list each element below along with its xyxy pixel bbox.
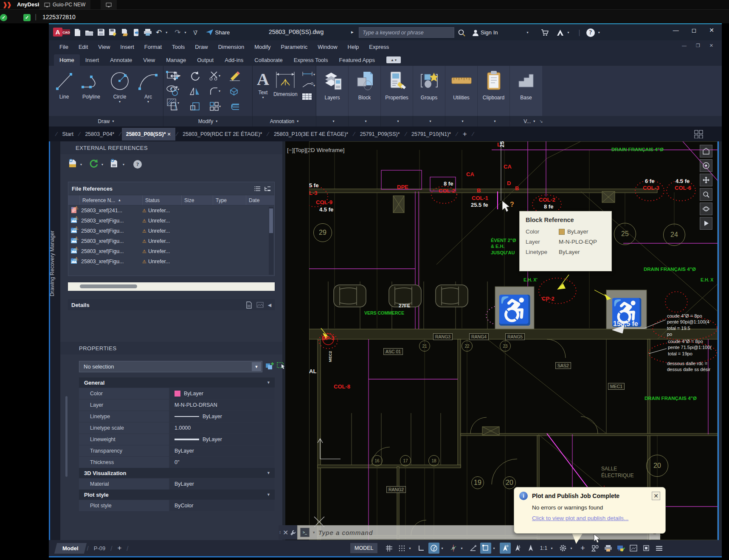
menu-format[interactable]: Format bbox=[140, 42, 166, 52]
ribbon-tab-annotate[interactable]: Annotate bbox=[104, 54, 138, 66]
orbit-icon[interactable] bbox=[700, 203, 712, 215]
search-icon[interactable] bbox=[458, 29, 465, 37]
properties-panel-dropdown[interactable]: ▾ bbox=[381, 116, 413, 127]
workspace-dropdown[interactable]: ▾ bbox=[570, 546, 575, 550]
isodraft-toggle[interactable] bbox=[448, 543, 459, 554]
annotation-monitor-plus[interactable]: + bbox=[577, 543, 588, 554]
undo-dropdown[interactable]: ▾ bbox=[166, 31, 171, 34]
clean-screen-icon[interactable] bbox=[628, 543, 639, 554]
menu-tools[interactable]: Tools bbox=[167, 42, 189, 52]
doc-restore-button[interactable]: ❐ bbox=[696, 43, 700, 48]
help-dropdown[interactable]: ▾ bbox=[598, 31, 603, 34]
isodraft-dropdown[interactable]: ▾ bbox=[461, 546, 466, 550]
circle-tool[interactable]: Circle▾ bbox=[109, 70, 130, 108]
leader-tool[interactable]: ▾ bbox=[302, 82, 316, 90]
utilities-panel-button[interactable]: Utilities bbox=[445, 66, 478, 116]
doc-minimize-button[interactable]: — bbox=[682, 43, 687, 48]
property-row[interactable]: Thickness0" bbox=[79, 457, 275, 468]
ribbon-tab-output[interactable]: Output bbox=[191, 54, 219, 66]
notification-close-button[interactable]: ✕ bbox=[652, 492, 660, 500]
menu-insert[interactable]: Insert bbox=[115, 42, 139, 52]
ribbon-tab-featured-apps[interactable]: Featured Apps bbox=[333, 54, 380, 66]
menu-dimension[interactable]: Dimension bbox=[214, 42, 249, 52]
ribbon-tab-manage[interactable]: Manage bbox=[160, 54, 191, 66]
array-tool[interactable]: ▾ bbox=[209, 101, 227, 113]
properties-palette-title[interactable]: PROPERTIES bbox=[60, 342, 282, 355]
redo-button[interactable]: ↷ bbox=[175, 28, 180, 37]
xref-vertical-scrollbar[interactable] bbox=[269, 207, 273, 275]
menu-edit[interactable]: Edit bbox=[74, 42, 93, 52]
property-row[interactable]: LineweightByLayer bbox=[79, 434, 275, 445]
fillet-tool[interactable]: ▾ bbox=[209, 86, 227, 98]
session-accept-icon[interactable]: ✓ bbox=[23, 13, 31, 21]
menu-help[interactable]: Help bbox=[343, 42, 364, 52]
xref-horizontal-scrollbar[interactable] bbox=[68, 282, 275, 291]
modify-panel-footer[interactable]: Modify▾ bbox=[163, 116, 253, 127]
doc-close-button[interactable]: ✕ bbox=[709, 43, 713, 48]
layers-panel-button[interactable]: Layers bbox=[316, 66, 349, 116]
annotation-scale-value[interactable]: 1:1 bbox=[538, 543, 549, 554]
autodesk-logo-icon[interactable] bbox=[557, 29, 564, 36]
pan-icon[interactable] bbox=[700, 174, 712, 186]
open-file-button[interactable] bbox=[85, 29, 93, 36]
ribbon-collapse-toggle[interactable]: ▲ ▾ bbox=[386, 56, 401, 63]
search-input[interactable]: Type a keyword or phrase bbox=[359, 27, 454, 38]
property-row[interactable]: Plot styleByColor bbox=[79, 500, 275, 511]
autocad-logo-icon[interactable]: ACAD bbox=[53, 27, 70, 37]
trim-tool[interactable]: ▾ bbox=[209, 71, 227, 83]
polyline-tool[interactable]: Polyline bbox=[81, 70, 101, 108]
help-button[interactable]: ? bbox=[586, 28, 595, 37]
property-row[interactable]: TransparencyByLayer bbox=[79, 445, 275, 456]
menu-window[interactable]: Window bbox=[313, 42, 342, 52]
arc-tool[interactable]: Arc▾ bbox=[138, 70, 158, 108]
property-section-header[interactable]: General▼ bbox=[79, 377, 275, 388]
tab-overview-icon[interactable] bbox=[694, 130, 704, 138]
anydesk-new-session-tab[interactable] bbox=[101, 0, 117, 9]
xref-palette-title[interactable]: EXTERNAL REFERENCES bbox=[60, 141, 282, 154]
offset-tool[interactable] bbox=[229, 101, 246, 113]
isolate-icon-2[interactable] bbox=[641, 543, 652, 554]
property-row[interactable]: Linetype scale1.0000 bbox=[79, 422, 275, 433]
share-button[interactable]: Share bbox=[205, 29, 230, 36]
save-as-button[interactable] bbox=[109, 28, 117, 36]
base-panel-button[interactable]: Base bbox=[510, 66, 542, 116]
grid-display-toggle[interactable] bbox=[383, 543, 394, 554]
ribbon-tab-collaborate[interactable]: Collaborate bbox=[249, 54, 288, 66]
xref-row[interactable]: ⚠25803_xref|Figu...⚠Unrefer... bbox=[68, 226, 274, 236]
refresh-dropdown[interactable]: ▾ bbox=[101, 163, 107, 166]
app-store-cart-icon[interactable] bbox=[541, 29, 549, 36]
search-expand-arrow[interactable]: ▸ bbox=[351, 29, 354, 35]
paths-dropdown[interactable]: ▾ bbox=[123, 163, 128, 166]
xref-row[interactable]: ⚠25803_xref|Figu...⚠Unrefer... bbox=[68, 216, 274, 226]
plot-button[interactable] bbox=[144, 28, 152, 36]
showmotion-icon[interactable] bbox=[700, 217, 712, 230]
notification-link[interactable]: Click to view plot and publish details..… bbox=[532, 515, 628, 521]
menu-view[interactable]: View bbox=[93, 42, 115, 52]
qat-customize-button[interactable]: ⋁̅ bbox=[194, 30, 197, 35]
menu-draw[interactable]: Draw bbox=[190, 42, 212, 52]
ribbon-tab-view[interactable]: View bbox=[138, 54, 160, 66]
property-row[interactable]: LinetypeByLayer bbox=[79, 411, 275, 422]
column-header-referencen[interactable]: Reference N...▲ bbox=[79, 195, 142, 205]
tab-close-icon[interactable]: ✕ bbox=[166, 132, 171, 137]
new-drawing-tab-button[interactable]: + bbox=[459, 127, 471, 142]
undo-button[interactable]: ↶ bbox=[156, 28, 162, 37]
toggle-pickadd-icon[interactable] bbox=[265, 361, 274, 370]
block-panel-button[interactable]: Block bbox=[349, 66, 381, 116]
object-snap-toggle[interactable] bbox=[480, 543, 491, 554]
drawing-tab[interactable]: 25803_P09(RDC ET 2E ÉTAGE)* bbox=[178, 128, 266, 141]
clipboard-panel-button[interactable]: Clipboard bbox=[478, 66, 510, 116]
column-header-date[interactable]: Date bbox=[246, 195, 271, 205]
linear-dimension-tool[interactable]: ▾ bbox=[302, 71, 316, 79]
sign-in-dropdown[interactable]: ▾ bbox=[526, 31, 532, 34]
viewcube-home-icon[interactable] bbox=[700, 145, 712, 158]
line-tool[interactable]: Line bbox=[55, 70, 73, 108]
drawing-recovery-manager-tab[interactable]: Drawing Recovery Manager bbox=[49, 290, 55, 296]
dimension-tool[interactable]: Dimension bbox=[273, 69, 298, 102]
drawing-tab[interactable]: 25803_P10(3E ET 4E ÉTAGE)* bbox=[270, 128, 352, 141]
column-header-type[interactable]: Type bbox=[213, 195, 246, 205]
new-layout-button[interactable]: + bbox=[117, 544, 121, 552]
sign-in-button[interactable]: Sign In bbox=[472, 29, 498, 36]
combo-dropdown-arrow[interactable]: ▼ bbox=[252, 362, 261, 371]
xref-row[interactable]: ⚠25803_xref|241...⚠Unrefer... bbox=[68, 205, 274, 216]
